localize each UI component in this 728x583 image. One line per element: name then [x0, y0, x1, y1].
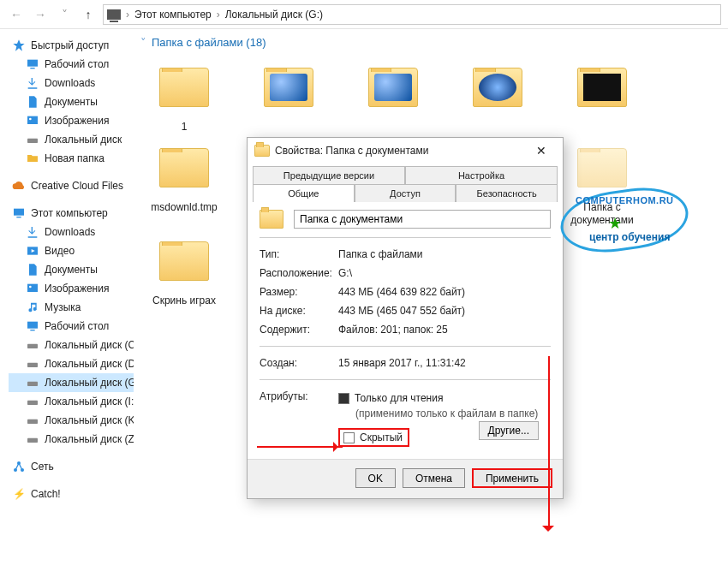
address-bar: ← → ˅ ↑ › Этот компьютер › Локальный дис… [0, 0, 728, 29]
svg-marker-0 [13, 39, 24, 51]
sidebar-item[interactable]: Downloads [9, 74, 134, 92]
chevron-right-icon: › [217, 9, 220, 21]
sidebar-item[interactable]: Локальный диск (C [9, 336, 134, 354]
folder-icon [159, 241, 209, 281]
tab-general[interactable]: Общие [253, 184, 355, 202]
more-attributes-button[interactable]: Другие... [479, 421, 539, 440]
drive-icon [26, 413, 39, 427]
computer-icon [107, 9, 121, 20]
apply-button[interactable]: Применить [472, 468, 552, 488]
sidebar-label: Локальный диск (G [45, 377, 134, 389]
folder-icon [260, 210, 283, 229]
sidebar-label: Catch! [31, 488, 61, 500]
sidebar-item[interactable]: Рабочий стол [9, 317, 134, 336]
file-item[interactable]: Скринь играх [146, 231, 223, 306]
sidebar-item[interactable]: Изображения [9, 279, 134, 298]
nav-back-icon[interactable]: ← [7, 5, 26, 24]
prop-key: На диске: [260, 305, 338, 317]
file-name: Папка с документами [564, 201, 641, 226]
hidden-checkbox[interactable] [343, 432, 355, 443]
sidebar-label: Локальный диск (C [45, 339, 134, 351]
tab-sharing[interactable]: Доступ [355, 184, 456, 202]
close-button[interactable]: ✕ [527, 141, 556, 160]
sidebar-item-this-pc[interactable]: Этот компьютер [9, 204, 134, 223]
readonly-label: Только для чтения [355, 392, 443, 404]
chevron-down-icon: ˅ [140, 36, 146, 49]
sidebar-item[interactable]: Документы [9, 92, 134, 111]
file-item[interactable]: Папка с документами [564, 138, 641, 226]
readonly-sublabel: (применимо только к файлам в папке) [355, 408, 538, 419]
sidebar-item[interactable]: Изображения [9, 111, 134, 130]
sidebar-item[interactable]: Рабочий стол [9, 55, 134, 74]
sidebar-label: Новая папка [45, 152, 104, 164]
download-icon [26, 76, 39, 90]
doc-icon [26, 263, 39, 277]
sidebar-item[interactable]: Локальный диск (D [9, 354, 134, 373]
breadcrumb-item[interactable]: Локальный диск (G:) [222, 9, 326, 21]
dialog-titlebar[interactable]: Свойства: Папка с документами ✕ [248, 138, 563, 164]
sidebar-label: Downloads [45, 77, 95, 89]
tab-customize[interactable]: Настройка [405, 166, 558, 184]
file-item[interactable]: msdownld.tmp [146, 138, 223, 226]
sidebar-label: Изображения [45, 283, 109, 294]
sidebar-label: Этот компьютер [31, 207, 108, 219]
sidebar-label: Downloads [45, 226, 95, 238]
folder-icon [368, 68, 418, 107]
tab-previous-versions[interactable]: Предыдущие версии [253, 166, 405, 184]
readonly-checkbox[interactable] [338, 393, 349, 404]
svg-rect-13 [30, 330, 34, 330]
sidebar-label: Рабочий стол [45, 58, 109, 70]
svg-rect-18 [27, 419, 38, 424]
prop-value: 443 МБ (464 639 822 байт) [338, 286, 465, 298]
computer-icon [12, 206, 26, 220]
cancel-button[interactable]: Отмена [403, 468, 465, 488]
network-icon [12, 460, 26, 473]
svg-rect-19 [27, 438, 38, 443]
ok-button[interactable]: OK [355, 468, 396, 488]
sidebar-item[interactable]: Локальный диск (Z: [9, 430, 134, 449]
sidebar-item[interactable]: Локальный диск [9, 130, 134, 149]
nav-up-icon[interactable]: ↑ [79, 5, 98, 24]
prop-value: G:\ [338, 267, 352, 279]
prop-key: Размер: [260, 286, 338, 298]
folder-name-input[interactable] [294, 210, 551, 229]
file-item[interactable] [355, 57, 432, 133]
drive-icon [26, 338, 39, 352]
video-icon [26, 244, 39, 258]
svg-rect-2 [30, 68, 34, 68]
group-header[interactable]: ˅ Папка с файлами (18) [137, 34, 728, 57]
sidebar-label: Локальный диск (K [45, 414, 134, 426]
image-icon [26, 114, 39, 128]
sidebar-item[interactable]: Локальный диск (K [9, 411, 134, 430]
svg-rect-7 [16, 217, 21, 217]
file-item[interactable] [250, 57, 327, 133]
sidebar-label: Локальный диск [45, 134, 122, 146]
svg-rect-5 [27, 139, 38, 143]
drive-icon [26, 432, 39, 446]
sidebar-item[interactable]: Локальный диск (I: [9, 392, 134, 411]
sidebar-item-network[interactable]: Сеть [9, 457, 134, 476]
nav-recent-icon[interactable]: ˅ [55, 5, 74, 24]
svg-rect-10 [27, 284, 38, 292]
file-item[interactable] [564, 57, 641, 133]
star-icon [12, 39, 26, 52]
sidebar-item[interactable]: Документы [9, 260, 134, 279]
sidebar-item[interactable]: Музыка [9, 298, 134, 317]
file-name: msdownld.tmp [151, 201, 217, 213]
tab-security[interactable]: Безопасность [456, 184, 558, 202]
sidebar-item-creative-cloud[interactable]: Creative Cloud Files [9, 176, 134, 195]
sidebar-item[interactable]: Локальный диск (G [9, 373, 134, 392]
prop-value: 443 МБ (465 047 552 байт) [338, 305, 465, 317]
file-item[interactable] [459, 57, 536, 133]
svg-rect-17 [27, 401, 38, 405]
sidebar-item-catch[interactable]: ⚡ Catch! [9, 485, 134, 503]
sidebar-item[interactable]: Видео [9, 241, 134, 260]
sidebar-item[interactable]: Downloads [9, 223, 134, 241]
breadcrumb-item[interactable]: Этот компьютер [131, 9, 215, 21]
file-item[interactable]: 1 [146, 57, 223, 133]
annotation-arrow-icon [548, 356, 550, 527]
sidebar-item-quick-access[interactable]: Быстрый доступ [9, 36, 134, 55]
folder-icon [26, 152, 39, 165]
breadcrumb[interactable]: › Этот компьютер › Локальный диск (G:) [103, 4, 721, 25]
sidebar-item[interactable]: Новая папка [9, 149, 134, 168]
